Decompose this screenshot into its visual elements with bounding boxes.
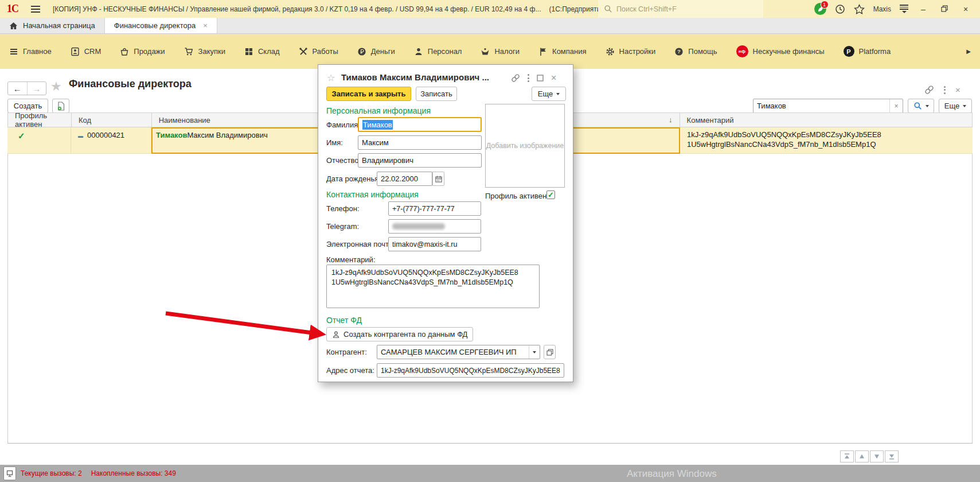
page-favorite-star-icon[interactable]: ★ — [50, 79, 62, 94]
scroll-up-button[interactable] — [855, 450, 869, 462]
list-more-button[interactable]: Еще — [939, 99, 972, 113]
tab-close-icon[interactable]: × — [203, 21, 208, 30]
comment-textarea[interactable]: 1kJ-z9qAfk9UdbSoVUQ5NQQxKpEsMD8CZsyJKyJb… — [326, 265, 540, 308]
counterparty-field[interactable]: САМАРЦЕВ МАКСИМ СЕРГЕЕВИЧ ИП — [377, 345, 540, 359]
search-clear-icon[interactable]: × — [889, 99, 903, 112]
counterparty-dropdown-icon[interactable] — [529, 345, 540, 359]
person-icon — [332, 331, 340, 339]
link-icon[interactable] — [511, 73, 520, 83]
calendar-picker-button[interactable] — [432, 172, 444, 186]
nf-icon: нф — [736, 45, 748, 57]
favorites-star-icon[interactable] — [854, 4, 865, 14]
window-restore-button[interactable] — [938, 5, 951, 14]
report-address-value: 1kJ-z9qAfk9UdbSoVUQ5NQQxKpEsMD8CZsyJKyJb… — [381, 367, 560, 375]
global-search-input[interactable]: Поиск Ctrl+Shift+F — [598, 0, 763, 18]
firstname-field[interactable]: Максим — [358, 135, 482, 150]
save-button[interactable]: Записать — [416, 87, 457, 101]
menu-item-settings[interactable]: Настройки — [606, 47, 656, 56]
dialog-more-button[interactable]: Еще — [532, 87, 566, 101]
email-field[interactable]: timakov@maxis-it.ru — [388, 237, 481, 251]
dialog-close-icon[interactable]: × — [551, 73, 556, 83]
create-counterparty-button[interactable]: Создать контрагента по данным ФД — [326, 327, 473, 341]
windows-activation-watermark: Активация Windows — [627, 468, 717, 480]
name-highlight: Тимаков — [156, 131, 187, 139]
counterparty-label: Контрагент: — [326, 348, 367, 356]
comment-line-1: 1kJ-z9qAfk9UdbSoVUQ5NQQxKpEsMD8CZsyJKyJb… — [687, 130, 973, 139]
server-calls-icon[interactable] — [3, 467, 16, 480]
gear-icon — [606, 47, 615, 56]
window-close-button[interactable]: × — [959, 5, 972, 14]
counterparty-open-button[interactable] — [544, 345, 556, 359]
menu-item-neskuchnye-finansy[interactable]: нф Нескучные финансы — [736, 45, 825, 57]
lastname-field[interactable]: Тимаков — [358, 117, 482, 132]
column-header-code[interactable]: Код — [72, 113, 152, 127]
menu-item-crm[interactable]: CRM — [71, 47, 101, 56]
page-close-icon[interactable]: × — [955, 85, 961, 95]
scroll-to-top-button[interactable] — [840, 450, 854, 462]
server-calls-status: Текущие вызовы: 2 Накопленные вызовы: 34… — [21, 469, 176, 477]
tab-financial-directors[interactable]: Финансовые директора × — [105, 18, 217, 33]
menu-item-label: Склад — [258, 47, 280, 56]
cell-profile-active: ✓ — [7, 127, 71, 153]
dialog-maximize-icon[interactable] — [537, 75, 544, 81]
service-menu-icon[interactable] — [900, 5, 908, 13]
menu-item-label: Работы — [313, 47, 338, 56]
history-icon[interactable] — [835, 4, 845, 14]
photo-dropzone[interactable]: Добавить изображение — [485, 104, 565, 188]
section-personal-info: Персональная информация — [326, 106, 431, 115]
current-calls: Текущие вызовы: 2 — [21, 469, 82, 477]
menu-overflow-icon[interactable]: ▶ — [966, 48, 971, 55]
menu-item-label: Персонал — [428, 47, 462, 56]
forward-button[interactable]: → — [28, 82, 46, 95]
menu-item-sales[interactable]: Продажи — [120, 47, 165, 56]
section-fd-report: Отчет ФД — [326, 316, 362, 325]
column-header-profile-active[interactable]: Профиль активен — [8, 113, 72, 127]
save-label: Записать — [420, 90, 452, 98]
tab-home[interactable]: Начальная страница — [0, 18, 105, 33]
main-hamburger-icon[interactable] — [31, 6, 40, 13]
notifications-icon[interactable]: 1 — [814, 3, 826, 15]
birthdate-label: Дата рожденья: — [326, 174, 381, 183]
birthdate-field[interactable]: 22.02.2000 — [377, 172, 432, 186]
history-nav-group: ← → — [7, 81, 46, 95]
search-options-button[interactable] — [908, 99, 934, 113]
menu-item-main[interactable]: Главное — [9, 47, 52, 56]
menu-item-jobs[interactable]: Работы — [299, 47, 338, 56]
save-and-close-button[interactable]: Записать и закрыть — [326, 87, 411, 101]
window-minimize-button[interactable]: – — [917, 5, 930, 14]
list-more-label: Еще — [944, 102, 959, 110]
menu-item-money[interactable]: Деньги — [357, 47, 395, 56]
dialog-favorite-star-icon[interactable]: ☆ — [327, 72, 335, 83]
telegram-field[interactable] — [388, 219, 481, 234]
phone-field[interactable]: +7-(777)-777-77-77 — [388, 201, 481, 216]
report-address-field[interactable]: 1kJ-z9qAfk9UdbSoVUQ5NQQxKpEsMD8CZsyJKyJb… — [377, 363, 564, 378]
tab-financial-directors-label: Финансовые директора — [114, 21, 196, 30]
list-search-input[interactable]: Тимаков × — [753, 99, 903, 113]
page-header-icons: × — [924, 85, 961, 95]
current-user[interactable]: Maxis — [873, 5, 891, 13]
lastname-label: Фамилия: — [326, 120, 360, 129]
search-icon — [913, 102, 922, 110]
menu-item-company[interactable]: Компания — [538, 47, 587, 56]
comment-label: Комментарий: — [326, 255, 376, 264]
page-more-icon[interactable] — [944, 86, 946, 94]
list-scroll-buttons — [840, 450, 899, 462]
link-icon[interactable] — [924, 85, 934, 95]
menu-item-warehouse[interactable]: Склад — [244, 47, 280, 56]
menu-item-purchases[interactable]: Закупки — [184, 47, 225, 56]
menu-item-personnel[interactable]: Персонал — [414, 47, 462, 56]
dialog-more-icon[interactable] — [528, 74, 529, 82]
dialog-more-label: Еще — [538, 90, 553, 98]
sort-descending-icon: ↓ — [669, 115, 673, 124]
column-header-comment[interactable]: Комментарий — [680, 113, 972, 127]
menu-item-platforma[interactable]: P Platforma — [844, 46, 891, 57]
menu-item-taxes[interactable]: Налоги — [481, 47, 520, 56]
back-button[interactable]: ← — [8, 82, 28, 95]
search-icon — [604, 5, 612, 13]
status-bar: Текущие вызовы: 2 Накопленные вызовы: 34… — [0, 465, 980, 482]
scroll-to-bottom-button[interactable] — [885, 450, 899, 462]
scroll-down-button[interactable] — [870, 450, 884, 462]
menu-item-help[interactable]: ? Помощь — [674, 47, 717, 56]
profile-active-checkbox[interactable]: ✓ — [546, 191, 555, 199]
middlename-field[interactable]: Владимирович — [358, 153, 482, 168]
